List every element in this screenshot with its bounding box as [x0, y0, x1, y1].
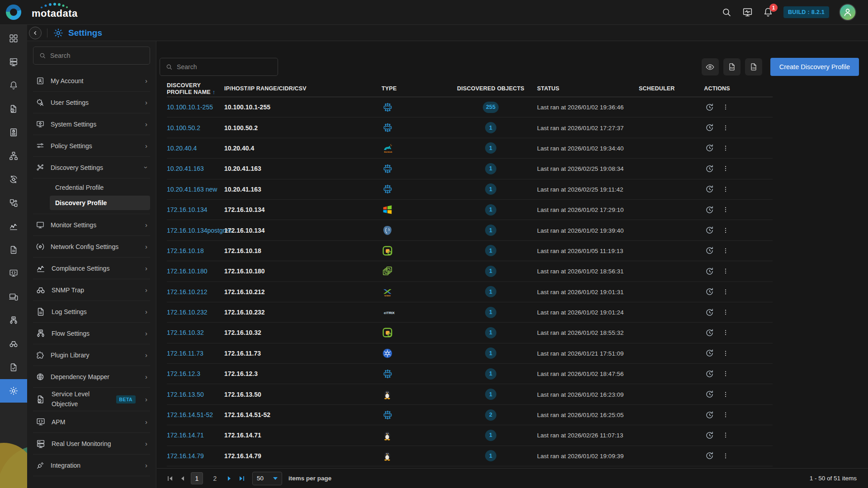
- page-number-1[interactable]: 1: [191, 472, 203, 484]
- column-header-status[interactable]: STATUS: [528, 85, 639, 92]
- sidebar-item-compliance-settings[interactable]: Compliance Settings›: [33, 258, 150, 279]
- row-actions-menu-button[interactable]: [722, 103, 729, 111]
- row-actions-menu-button[interactable]: [722, 431, 729, 439]
- column-header-type[interactable]: TYPE: [382, 85, 454, 92]
- profile-name-link[interactable]: 172.16.10.232: [167, 309, 208, 316]
- rail-item-devices[interactable]: [0, 285, 27, 309]
- user-avatar[interactable]: [839, 4, 856, 21]
- profile-name-link[interactable]: 10.20.41.163 new: [167, 186, 217, 193]
- sidebar-item-network-config-settings[interactable]: Network Config Settings›: [33, 236, 150, 258]
- row-actions-menu-button[interactable]: [722, 328, 729, 337]
- rerun-discovery-button[interactable]: [705, 143, 714, 153]
- discovered-objects-badge[interactable]: 1: [485, 183, 496, 195]
- rail-item-grid[interactable]: [0, 27, 27, 50]
- column-header-scheduler[interactable]: SCHEDULER: [639, 85, 697, 92]
- rerun-discovery-button[interactable]: [705, 205, 714, 215]
- export-pdf-button[interactable]: PDF: [723, 58, 741, 75]
- rail-item-sitemap[interactable]: [0, 144, 27, 168]
- sidebar-item-policy-settings[interactable]: Policy Settings›: [33, 135, 150, 157]
- row-actions-menu-button[interactable]: [722, 411, 729, 419]
- row-actions-menu-button[interactable]: [722, 390, 729, 399]
- rail-item-code-screen[interactable]: [0, 262, 27, 285]
- column-header-discovered-objects[interactable]: DISCOVERED OBJECTS: [454, 85, 528, 92]
- column-header-discovery-profile-name[interactable]: DISCOVERY PROFILE NAME↑: [167, 82, 224, 95]
- column-header-ip-host-ip-range-cidr-csv[interactable]: IP/HOST/IP RANGE/CIDR/CSV: [224, 85, 382, 92]
- items-per-page-select[interactable]: 50: [252, 472, 282, 485]
- rerun-discovery-button[interactable]: [705, 287, 714, 296]
- row-actions-menu-button[interactable]: [722, 267, 729, 275]
- system-health-icon[interactable]: [742, 7, 753, 18]
- rail-item-doc-check[interactable]: [0, 356, 27, 379]
- column-visibility-button[interactable]: [702, 58, 719, 75]
- rerun-discovery-button[interactable]: [705, 348, 714, 358]
- sidebar-item-plugin-library[interactable]: Plugin Library›: [33, 344, 150, 366]
- row-actions-menu-button[interactable]: [722, 308, 729, 316]
- row-actions-menu-button[interactable]: [722, 164, 729, 173]
- profile-name-link[interactable]: 172.16.13.50: [167, 391, 204, 398]
- sidebar-item-real-user-monitoring[interactable]: Real User Monitoring›: [33, 433, 150, 455]
- row-actions-menu-button[interactable]: [722, 206, 729, 214]
- rerun-discovery-button[interactable]: [705, 328, 714, 338]
- sidebar-item-system-settings[interactable]: System Settings›: [33, 113, 150, 135]
- profile-name-link[interactable]: 10.100.10.1-255: [167, 103, 213, 111]
- discovered-objects-badge[interactable]: 1: [485, 389, 496, 400]
- rerun-discovery-button[interactable]: [705, 389, 714, 399]
- profile-name-link[interactable]: 172.16.14.71: [167, 432, 204, 439]
- discovered-objects-badge[interactable]: 255: [483, 102, 499, 113]
- row-actions-menu-button[interactable]: [722, 370, 729, 378]
- sidebar-item-flow-settings[interactable]: Flow Settings›: [33, 323, 150, 344]
- rail-item-linked-boxes[interactable]: [0, 191, 27, 215]
- sidebar-item-discovery-settings[interactable]: Discovery Settings›: [33, 157, 150, 178]
- row-actions-menu-button[interactable]: [722, 124, 729, 132]
- column-header-actions[interactable]: ACTIONS: [697, 85, 737, 92]
- profile-name-link[interactable]: 172.16.12.3: [167, 370, 200, 377]
- discovered-objects-badge[interactable]: 1: [485, 266, 496, 277]
- discovered-objects-badge[interactable]: 1: [485, 122, 496, 133]
- row-actions-menu-button[interactable]: [722, 226, 729, 235]
- sidebar-item-integration[interactable]: Integration›: [33, 455, 150, 476]
- rail-item-gear[interactable]: [0, 379, 27, 403]
- sidebar-item-dependency-mapper[interactable]: Dependency Mapper›: [33, 366, 150, 388]
- row-actions-menu-button[interactable]: [722, 452, 729, 460]
- rerun-discovery-button[interactable]: [705, 123, 714, 132]
- sidebar-search-input[interactable]: [50, 52, 144, 59]
- sidebar-subitem-credential-profile[interactable]: Credential Profile: [50, 180, 150, 195]
- sidebar-subitem-discovery-profile[interactable]: Discovery Profile: [50, 196, 150, 210]
- profile-name-link[interactable]: 10.100.50.2: [167, 124, 200, 131]
- row-actions-menu-button[interactable]: [722, 144, 729, 152]
- discovered-objects-badge[interactable]: 1: [485, 347, 496, 359]
- global-search-icon[interactable]: [721, 7, 732, 18]
- last-page-button[interactable]: [238, 475, 245, 482]
- sidebar-item-snmp-trap[interactable]: SNMP Trap›: [33, 279, 150, 301]
- sidebar-item-my-account[interactable]: My Account›: [33, 70, 150, 92]
- table-search-box[interactable]: [160, 58, 278, 76]
- row-actions-menu-button[interactable]: [722, 247, 729, 255]
- previous-page-button[interactable]: [179, 475, 185, 482]
- profile-name-link[interactable]: 172.16.11.73: [167, 350, 203, 357]
- discovered-objects-badge[interactable]: 1: [485, 163, 496, 174]
- row-actions-menu-button[interactable]: [722, 349, 729, 357]
- row-actions-menu-button[interactable]: [722, 288, 729, 296]
- rail-item-report[interactable]: [0, 121, 27, 144]
- rail-item-file-clock[interactable]: [0, 97, 27, 121]
- back-button[interactable]: [29, 27, 42, 39]
- profile-name-link[interactable]: 172.16.14.79: [167, 452, 204, 460]
- export-csv-button[interactable]: CSV: [745, 58, 762, 75]
- rail-item-binoculars[interactable]: [0, 332, 27, 356]
- profile-name-link[interactable]: 172.16.10.212: [167, 288, 208, 296]
- rail-item-bell[interactable]: [0, 74, 27, 97]
- discovered-objects-badge[interactable]: 1: [485, 225, 496, 236]
- rerun-discovery-button[interactable]: [705, 103, 714, 112]
- sidebar-item-user-settings[interactable]: User Settings›: [33, 92, 150, 113]
- discovered-objects-badge[interactable]: 1: [485, 368, 496, 380]
- profile-name-link[interactable]: 10.20.40.4: [167, 145, 197, 152]
- profile-name-link[interactable]: 172.16.10.18: [167, 247, 204, 254]
- discovered-objects-badge[interactable]: 1: [485, 327, 496, 338]
- rerun-discovery-button[interactable]: [705, 410, 714, 420]
- next-page-button[interactable]: [227, 475, 232, 482]
- page-number-2[interactable]: 2: [209, 472, 221, 484]
- sidebar-item-monitor-settings[interactable]: Monitor Settings›: [33, 214, 150, 236]
- discovered-objects-badge[interactable]: 2: [485, 409, 496, 421]
- rerun-discovery-button[interactable]: [705, 184, 714, 194]
- profile-name-link[interactable]: 172.16.10.180: [167, 267, 208, 275]
